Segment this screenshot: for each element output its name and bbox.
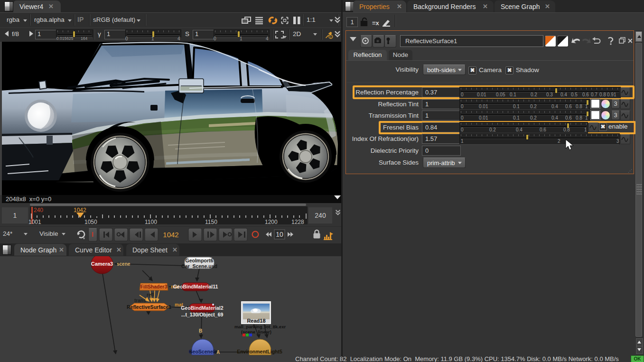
svg-text:ReflectiveSurface1: ReflectiveSurface1 xyxy=(127,304,171,310)
svg-text:B: B xyxy=(199,328,202,334)
svg-text:GeoImport6: GeoImport6 xyxy=(186,258,214,263)
svg-text:GeoScene8: GeoScene8 xyxy=(188,349,215,354)
svg-text:Read18: Read18 xyxy=(247,318,265,324)
svg-text:mall_parking_lot_8k.exr: mall_parking_lot_8k.exr xyxy=(234,324,286,329)
svg-text:GeoBindMaterial2: GeoBindMaterial2 xyxy=(181,305,223,311)
svg-text:Camera3: Camera3 xyxy=(91,261,113,267)
svg-text:Car_Scene.usd: Car_Scene.usd xyxy=(181,263,217,269)
svg-text:refl: refl xyxy=(147,292,154,297)
svg-text:trans: trans xyxy=(134,298,146,303)
svg-text:EnvironmentLight5: EnvironmentLight5 xyxy=(237,349,282,354)
svg-text:...t_130/Object_69: ...t_130/Object_69 xyxy=(181,312,224,317)
svg-text:(scene_linear): (scene_linear) xyxy=(241,329,271,334)
svg-text:1042: 1042 xyxy=(163,231,178,239)
svg-text:FillShader3: FillShader3 xyxy=(140,284,168,289)
svg-text:10: 10 xyxy=(276,231,283,238)
svg-text:GeoBindMaterial11: GeoBindMaterial11 xyxy=(173,284,218,289)
svg-text:=x: =x xyxy=(372,19,380,27)
svg-text:A: A xyxy=(216,350,220,355)
svg-text:scene: scene xyxy=(117,261,131,267)
svg-text:i: i xyxy=(330,36,331,39)
